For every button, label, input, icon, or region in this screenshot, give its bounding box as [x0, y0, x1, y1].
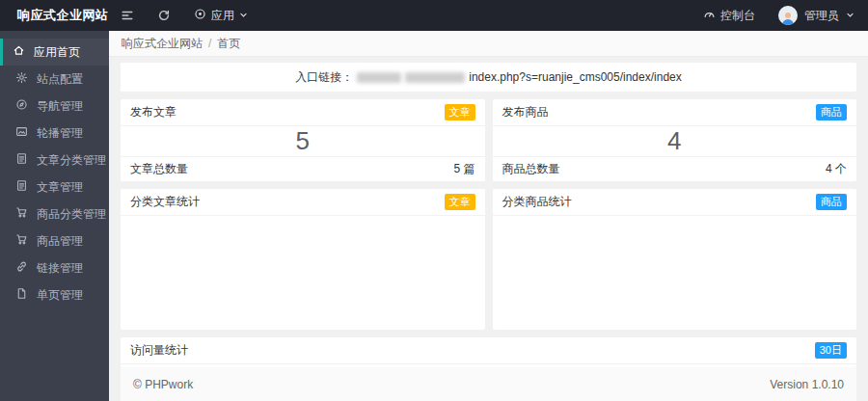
- breadcrumb-separator: /: [208, 37, 211, 50]
- sidebar-item-label: 轮播管理: [37, 125, 83, 142]
- sidebar-item-nav-manage[interactable]: 导航管理: [0, 93, 109, 120]
- sidebar-item-site-config[interactable]: 站点配置: [0, 66, 109, 93]
- sidebar-collapse-icon[interactable]: [109, 0, 146, 31]
- sidebar-item-carousel-manage[interactable]: 轮播管理: [0, 120, 109, 147]
- carousel-image-icon: [15, 125, 28, 141]
- goods-category-chart-area: [493, 216, 857, 330]
- stat-footer-value: 5 篇: [453, 161, 475, 177]
- breadcrumb-current: 首页: [217, 36, 240, 52]
- compass-icon: [15, 98, 28, 114]
- article-badge: 文章: [445, 194, 475, 210]
- console-label: 控制台: [720, 8, 755, 24]
- cart-icon: [15, 206, 28, 222]
- article-category-chart-card: 分类文章统计 文章: [121, 189, 485, 330]
- sidebar-item-label: 站点配置: [37, 71, 83, 88]
- sidebar-item-single-page[interactable]: 单页管理: [0, 281, 109, 308]
- card-title: 分类商品统计: [502, 194, 572, 210]
- app-grid-icon: [194, 8, 206, 23]
- sidebar-item-label: 单页管理: [37, 287, 83, 304]
- sidebar-item-label: 文章管理: [37, 179, 83, 196]
- gear-icon: [15, 71, 28, 87]
- admin-app: 响应式企业网站 应用: [0, 0, 868, 401]
- sidebar-item-label: 应用首页: [34, 44, 80, 61]
- user-menu[interactable]: 管理员: [769, 0, 868, 31]
- redacted-url-segment: [405, 72, 465, 83]
- content: 入口链接： index.php?s=ruanjie_cms005/index/i…: [109, 57, 868, 401]
- article-count: 5: [121, 126, 485, 156]
- link-icon: [15, 260, 28, 276]
- sidebar-item-article-manage[interactable]: 文章管理: [0, 174, 109, 200]
- stat-cards-row: 发布文章 文章 5 文章总数量 5 篇 发布商品 商品: [121, 99, 856, 181]
- cart-icon: [15, 233, 28, 249]
- avatar: [778, 6, 798, 25]
- top-header: 响应式企业网站 应用: [0, 0, 868, 31]
- document-icon: [15, 152, 28, 168]
- card-title: 发布商品: [502, 104, 549, 120]
- goods-badge: 商品: [816, 104, 847, 120]
- chart-cards-row: 分类文章统计 文章 分类商品统计 商品: [121, 189, 856, 330]
- sidebar-item-app-home[interactable]: 应用首页: [0, 39, 109, 66]
- card-title: 分类文章统计: [130, 194, 200, 210]
- entry-link-url[interactable]: index.php?s=ruanjie_cms005/index/index: [469, 70, 681, 84]
- sidebar-item-goods-manage[interactable]: 商品管理: [0, 227, 109, 254]
- version-text: Version 1.0.10: [770, 378, 844, 391]
- app-menu[interactable]: 应用: [182, 0, 259, 31]
- card-title: 访问量统计: [130, 342, 188, 359]
- app-title: 响应式企业网站: [0, 7, 109, 24]
- page-icon: [15, 287, 28, 303]
- visits-30d-badge: 30日: [815, 342, 847, 359]
- goods-count: 4: [493, 126, 857, 156]
- visits-stat-card: 访问量统计 30日: [121, 337, 856, 367]
- article-stat-card: 发布文章 文章 5 文章总数量 5 篇: [121, 99, 485, 181]
- goods-category-chart-card: 分类商品统计 商品: [493, 189, 857, 330]
- chevron-down-icon: [846, 9, 854, 22]
- stat-footer-label: 商品总数量: [502, 161, 560, 177]
- page-footer: © PHPwork Version 1.0.10: [121, 367, 856, 401]
- sidebar-item-label: 商品管理: [37, 233, 83, 250]
- stat-footer-value: 4 个: [826, 161, 847, 177]
- sidebar-item-article-category[interactable]: 文章分类管理: [0, 147, 109, 174]
- stat-footer-label: 文章总数量: [130, 161, 188, 177]
- article-badge: 文章: [445, 104, 475, 120]
- goods-stat-card: 发布商品 商品 4 商品总数量 4 个: [493, 99, 857, 181]
- user-name: 管理员: [804, 8, 839, 24]
- card-title: 发布文章: [130, 104, 176, 120]
- article-category-chart-area: [121, 216, 485, 330]
- goods-badge: 商品: [816, 194, 847, 210]
- sidebar-item-link-manage[interactable]: 链接管理: [0, 254, 109, 281]
- sidebar-item-label: 导航管理: [37, 98, 83, 115]
- refresh-icon[interactable]: [146, 0, 182, 31]
- entry-link-label: 入口链接：: [295, 69, 353, 86]
- main-area: 响应式企业网站 / 首页 入口链接： index.php?s=ruanjie_c…: [109, 31, 868, 401]
- home-icon: [13, 44, 25, 60]
- breadcrumb-root[interactable]: 响应式企业网站: [122, 36, 203, 52]
- sidebar-item-label: 文章分类管理: [37, 152, 106, 169]
- copyright-text: © PHPwork: [133, 378, 193, 391]
- chevron-down-icon: [239, 9, 248, 22]
- redacted-url-segment: [357, 72, 401, 83]
- sidebar-item-label: 商品分类管理: [37, 206, 106, 223]
- sidebar-item-goods-category[interactable]: 商品分类管理: [0, 200, 109, 227]
- sidebar-item-label: 链接管理: [37, 260, 83, 277]
- entry-link-card: 入口链接： index.php?s=ruanjie_cms005/index/i…: [121, 63, 856, 92]
- breadcrumb: 响应式企业网站 / 首页: [109, 31, 868, 57]
- console-button[interactable]: 控制台: [690, 0, 769, 31]
- app-menu-label: 应用: [211, 8, 234, 24]
- gauge-icon: [703, 8, 716, 23]
- document-icon: [15, 179, 28, 195]
- sidebar: 应用首页 站点配置 导航管理: [0, 31, 109, 401]
